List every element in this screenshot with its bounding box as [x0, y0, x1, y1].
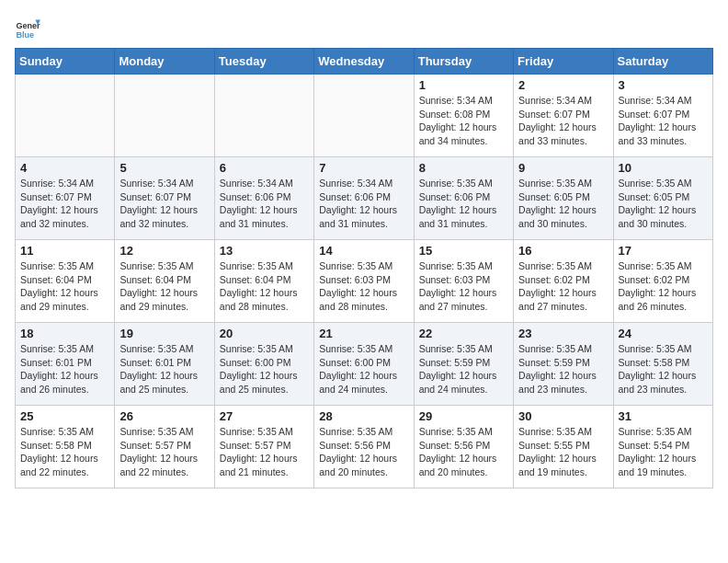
- header-friday: Friday: [514, 49, 613, 75]
- day-info: Sunrise: 5:35 AM Sunset: 5:59 PM Dayligh…: [518, 342, 608, 396]
- calendar-cell: [16, 75, 115, 157]
- calendar-cell: 20Sunrise: 5:35 AM Sunset: 6:00 PM Dayli…: [214, 323, 313, 406]
- calendar-cell: 10Sunrise: 5:35 AM Sunset: 6:05 PM Dayli…: [613, 157, 712, 240]
- day-number: 1: [419, 78, 508, 92]
- day-info: Sunrise: 5:35 AM Sunset: 5:56 PM Dayligh…: [419, 425, 508, 479]
- calendar-cell: [115, 75, 214, 157]
- header-thursday: Thursday: [414, 49, 513, 75]
- calendar-week-3: 11Sunrise: 5:35 AM Sunset: 6:04 PM Dayli…: [16, 240, 713, 323]
- calendar-week-5: 25Sunrise: 5:35 AM Sunset: 5:58 PM Dayli…: [16, 406, 713, 488]
- calendar-cell: 13Sunrise: 5:35 AM Sunset: 6:04 PM Dayli…: [214, 240, 313, 323]
- day-info: Sunrise: 5:35 AM Sunset: 6:02 PM Dayligh…: [518, 259, 608, 314]
- day-info: Sunrise: 5:34 AM Sunset: 6:06 PM Dayligh…: [220, 177, 309, 231]
- day-number: 5: [119, 161, 209, 175]
- calendar-cell: 14Sunrise: 5:35 AM Sunset: 6:03 PM Dayli…: [314, 240, 414, 323]
- day-info: Sunrise: 5:35 AM Sunset: 6:00 PM Dayligh…: [220, 342, 309, 396]
- calendar-cell: 18Sunrise: 5:35 AM Sunset: 6:01 PM Dayli…: [16, 323, 115, 406]
- day-info: Sunrise: 5:35 AM Sunset: 6:04 PM Dayligh…: [119, 259, 209, 314]
- calendar-cell: 4Sunrise: 5:34 AM Sunset: 6:07 PM Daylig…: [16, 157, 115, 240]
- day-number: 7: [319, 161, 408, 175]
- svg-text:Blue: Blue: [16, 30, 34, 40]
- calendar-cell: 7Sunrise: 5:34 AM Sunset: 6:06 PM Daylig…: [314, 157, 414, 240]
- day-info: Sunrise: 5:35 AM Sunset: 6:03 PM Dayligh…: [319, 259, 408, 314]
- calendar-cell: 24Sunrise: 5:35 AM Sunset: 5:58 PM Dayli…: [613, 323, 712, 406]
- header-saturday: Saturday: [613, 49, 712, 75]
- day-number: 2: [518, 78, 608, 92]
- day-info: Sunrise: 5:35 AM Sunset: 6:04 PM Dayligh…: [20, 259, 109, 314]
- day-info: Sunrise: 5:35 AM Sunset: 5:57 PM Dayligh…: [220, 425, 309, 479]
- day-info: Sunrise: 5:35 AM Sunset: 6:02 PM Dayligh…: [619, 259, 708, 314]
- day-number: 22: [419, 327, 508, 340]
- day-number: 4: [20, 161, 109, 175]
- day-info: Sunrise: 5:35 AM Sunset: 5:59 PM Dayligh…: [419, 342, 508, 396]
- day-number: 25: [20, 409, 109, 423]
- calendar-cell: 1Sunrise: 5:34 AM Sunset: 6:08 PM Daylig…: [414, 75, 513, 157]
- day-number: 14: [319, 244, 408, 258]
- day-info: Sunrise: 5:35 AM Sunset: 5:54 PM Dayligh…: [619, 425, 708, 479]
- day-info: Sunrise: 5:35 AM Sunset: 6:04 PM Dayligh…: [220, 259, 309, 314]
- calendar-body: 1Sunrise: 5:34 AM Sunset: 6:08 PM Daylig…: [16, 75, 713, 488]
- day-number: 26: [119, 409, 209, 423]
- day-number: 17: [619, 244, 708, 258]
- calendar-cell: 16Sunrise: 5:35 AM Sunset: 6:02 PM Dayli…: [514, 240, 613, 323]
- calendar-cell: 12Sunrise: 5:35 AM Sunset: 6:04 PM Dayli…: [115, 240, 214, 323]
- day-number: 12: [119, 244, 209, 258]
- day-info: Sunrise: 5:34 AM Sunset: 6:07 PM Dayligh…: [20, 177, 109, 231]
- day-info: Sunrise: 5:34 AM Sunset: 6:08 PM Dayligh…: [419, 94, 508, 148]
- calendar-header: Sunday Monday Tuesday Wednesday Thursday…: [16, 49, 713, 75]
- day-info: Sunrise: 5:35 AM Sunset: 6:03 PM Dayligh…: [419, 259, 508, 314]
- calendar-week-2: 4Sunrise: 5:34 AM Sunset: 6:07 PM Daylig…: [16, 157, 713, 240]
- header-tuesday: Tuesday: [214, 49, 313, 75]
- day-number: 13: [220, 244, 309, 258]
- header-row: Sunday Monday Tuesday Wednesday Thursday…: [16, 49, 713, 75]
- calendar-cell: 9Sunrise: 5:35 AM Sunset: 6:05 PM Daylig…: [514, 157, 613, 240]
- calendar-cell: 17Sunrise: 5:35 AM Sunset: 6:02 PM Dayli…: [613, 240, 712, 323]
- day-info: Sunrise: 5:35 AM Sunset: 5:56 PM Dayligh…: [319, 425, 408, 479]
- logo: General Blue: [15, 15, 40, 40]
- calendar-cell: [314, 75, 414, 157]
- day-number: 9: [518, 161, 608, 175]
- day-number: 6: [220, 161, 309, 175]
- calendar-cell: 31Sunrise: 5:35 AM Sunset: 5:54 PM Dayli…: [613, 406, 712, 488]
- logo-icon: General Blue: [15, 15, 40, 40]
- calendar-cell: 30Sunrise: 5:35 AM Sunset: 5:55 PM Dayli…: [514, 406, 613, 488]
- calendar-cell: 8Sunrise: 5:35 AM Sunset: 6:06 PM Daylig…: [414, 157, 513, 240]
- day-info: Sunrise: 5:35 AM Sunset: 6:01 PM Dayligh…: [119, 342, 209, 396]
- day-number: 11: [20, 244, 109, 258]
- day-info: Sunrise: 5:35 AM Sunset: 5:58 PM Dayligh…: [20, 425, 109, 479]
- day-info: Sunrise: 5:35 AM Sunset: 5:55 PM Dayligh…: [518, 425, 608, 479]
- day-number: 30: [518, 409, 608, 423]
- calendar-cell: 29Sunrise: 5:35 AM Sunset: 5:56 PM Dayli…: [414, 406, 513, 488]
- calendar-cell: 28Sunrise: 5:35 AM Sunset: 5:56 PM Dayli…: [314, 406, 414, 488]
- day-number: 3: [619, 78, 708, 92]
- header-wednesday: Wednesday: [314, 49, 414, 75]
- calendar-week-4: 18Sunrise: 5:35 AM Sunset: 6:01 PM Dayli…: [16, 323, 713, 406]
- calendar-cell: 11Sunrise: 5:35 AM Sunset: 6:04 PM Dayli…: [16, 240, 115, 323]
- day-info: Sunrise: 5:35 AM Sunset: 5:57 PM Dayligh…: [119, 425, 209, 479]
- day-number: 19: [119, 327, 209, 340]
- calendar-cell: 2Sunrise: 5:34 AM Sunset: 6:07 PM Daylig…: [514, 75, 613, 157]
- day-info: Sunrise: 5:35 AM Sunset: 6:05 PM Dayligh…: [518, 177, 608, 231]
- calendar-cell: 19Sunrise: 5:35 AM Sunset: 6:01 PM Dayli…: [115, 323, 214, 406]
- calendar-cell: 22Sunrise: 5:35 AM Sunset: 5:59 PM Dayli…: [414, 323, 513, 406]
- day-info: Sunrise: 5:35 AM Sunset: 6:06 PM Dayligh…: [419, 177, 508, 231]
- day-number: 15: [419, 244, 508, 258]
- calendar-cell: 27Sunrise: 5:35 AM Sunset: 5:57 PM Dayli…: [214, 406, 313, 488]
- day-number: 10: [619, 161, 708, 175]
- day-info: Sunrise: 5:35 AM Sunset: 6:00 PM Dayligh…: [319, 342, 408, 396]
- calendar-cell: 15Sunrise: 5:35 AM Sunset: 6:03 PM Dayli…: [414, 240, 513, 323]
- calendar-cell: 6Sunrise: 5:34 AM Sunset: 6:06 PM Daylig…: [214, 157, 313, 240]
- calendar-cell: 3Sunrise: 5:34 AM Sunset: 6:07 PM Daylig…: [613, 75, 712, 157]
- day-info: Sunrise: 5:34 AM Sunset: 6:06 PM Dayligh…: [319, 177, 408, 231]
- day-number: 29: [419, 409, 508, 423]
- day-number: 16: [518, 244, 608, 258]
- calendar-table: Sunday Monday Tuesday Wednesday Thursday…: [15, 48, 713, 488]
- header-sunday: Sunday: [16, 49, 115, 75]
- day-info: Sunrise: 5:35 AM Sunset: 6:01 PM Dayligh…: [20, 342, 109, 396]
- day-number: 23: [518, 327, 608, 340]
- page-header: General Blue: [15, 15, 713, 40]
- day-number: 28: [319, 409, 408, 423]
- calendar-cell: 23Sunrise: 5:35 AM Sunset: 5:59 PM Dayli…: [514, 323, 613, 406]
- calendar-cell: 25Sunrise: 5:35 AM Sunset: 5:58 PM Dayli…: [16, 406, 115, 488]
- day-number: 8: [419, 161, 508, 175]
